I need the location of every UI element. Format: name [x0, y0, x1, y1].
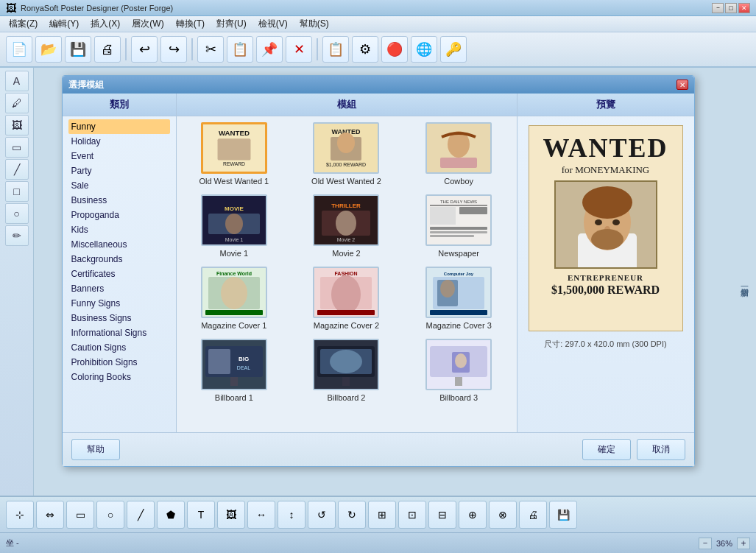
menu-align[interactable]: 對齊(U): [211, 16, 252, 32]
menu-help[interactable]: 幫助(S): [294, 16, 335, 32]
bt-select[interactable]: ⊹: [6, 501, 34, 529]
save-button[interactable]: 💾: [65, 36, 91, 63]
category-holiday[interactable]: Holiday: [68, 134, 170, 149]
category-miscellaneous[interactable]: Miscellaneous: [68, 237, 170, 252]
cancel-button[interactable]: 取消: [637, 439, 685, 460]
bt-line[interactable]: ╱: [127, 501, 155, 529]
template-thumb-8: FASHION: [313, 267, 379, 318]
menu-insert[interactable]: 插入(X): [85, 16, 126, 32]
new-button[interactable]: 📄: [6, 36, 32, 63]
paste-button[interactable]: 📌: [256, 36, 283, 63]
template-label-10: Billboard 1: [215, 393, 253, 402]
category-prohibition-signs[interactable]: Prohibition Signs: [68, 355, 170, 370]
bt-export[interactable]: 💾: [549, 501, 577, 529]
key-button[interactable]: 🔑: [440, 36, 467, 63]
bt-rotate-l[interactable]: ↺: [308, 501, 336, 529]
undo-button[interactable]: ↩: [131, 36, 158, 63]
bt-print[interactable]: 🖨: [519, 501, 547, 529]
template-grid-container[interactable]: WANTED REWARD Old West Wanted 1: [177, 116, 517, 432]
template-cowboy[interactable]: Cowboy: [407, 122, 511, 186]
bt-flip-v[interactable]: ↕: [278, 501, 305, 529]
template-magazine-3[interactable]: Computer Joy Magazine Cover 3: [407, 267, 511, 330]
help-button[interactable]: 幫助: [71, 439, 120, 460]
bt-text[interactable]: T: [187, 501, 215, 529]
menu-file[interactable]: 檔案(Z): [3, 16, 43, 32]
web-button[interactable]: 🌐: [411, 36, 437, 63]
bt-ungroup[interactable]: ⊗: [489, 501, 517, 529]
template-grid: WANTED REWARD Old West Wanted 1: [183, 122, 511, 402]
svg-text:DEAL: DEAL: [237, 365, 250, 370]
svg-rect-56: [342, 377, 350, 386]
main-area: A 🖊 🖼 ▭ ╱ □ ○ ✏ 選擇模組 ✕ 類別 Funny Holiday: [0, 68, 756, 496]
properties-button[interactable]: 📋: [322, 36, 349, 63]
category-funny-signs[interactable]: Funny Signs: [68, 296, 170, 311]
bt-align-c[interactable]: ⊡: [398, 501, 426, 529]
template-billboard-2[interactable]: Billboard 2: [294, 339, 398, 402]
template-magazine-2[interactable]: FASHION Magazine Cover 2: [294, 267, 398, 330]
ok-button[interactable]: 確定: [582, 439, 631, 460]
bt-rotate-r[interactable]: ↻: [338, 501, 366, 529]
bt-image[interactable]: 🖼: [217, 501, 245, 529]
category-business-signs[interactable]: Business Signs: [68, 311, 170, 325]
preview-panel: 預覽 WANTED for MONEYMAKING: [517, 94, 694, 432]
category-certificates[interactable]: Certificates: [68, 267, 170, 281]
bt-align-r[interactable]: ⊟: [428, 501, 456, 529]
category-kids[interactable]: Kids: [68, 222, 170, 237]
template-label-12: Billboard 3: [439, 393, 478, 402]
maximize-btn[interactable]: □: [725, 3, 737, 13]
category-backgrounds[interactable]: Backgrounds: [68, 252, 170, 267]
menu-edit[interactable]: 編輯(Y): [43, 16, 85, 32]
settings-button[interactable]: ⚙: [352, 36, 378, 63]
svg-text:THE DAILY NEWS: THE DAILY NEWS: [440, 200, 477, 204]
category-business[interactable]: Business: [68, 193, 170, 208]
bt-flip-h[interactable]: ↔: [247, 501, 275, 529]
category-banners[interactable]: Banners: [68, 281, 170, 296]
template-newspaper[interactable]: THE DAILY NEWS Newspap: [407, 194, 511, 258]
bt-transform[interactable]: ⇔: [36, 501, 64, 529]
bt-align-l[interactable]: ⊞: [368, 501, 396, 529]
bt-poly[interactable]: ⬟: [157, 501, 185, 529]
category-party[interactable]: Party: [68, 163, 170, 178]
dialog-close-btn[interactable]: ✕: [676, 80, 688, 90]
category-coloring-books[interactable]: Coloring Books: [68, 370, 170, 384]
template-billboard-1[interactable]: BIG DEAL Billboard 1: [183, 339, 286, 402]
redo-button[interactable]: ↪: [160, 36, 187, 63]
menu-layer[interactable]: 層次(W): [126, 16, 169, 32]
svg-point-69: [591, 229, 623, 250]
minimize-btn[interactable]: －: [712, 3, 724, 13]
template-old-west-wanted-2[interactable]: WANTED $1,000 REWARD Old West Wanted 2: [294, 122, 398, 186]
delete-button[interactable]: ✕: [286, 36, 312, 63]
svg-rect-39: [317, 310, 375, 315]
category-informational-signs[interactable]: Informational Signs: [68, 325, 170, 340]
template-billboard-3[interactable]: Billboard 3: [407, 339, 511, 402]
menu-view[interactable]: 檢視(V): [252, 16, 294, 32]
helpring-button[interactable]: 🔴: [381, 36, 408, 63]
bt-rect[interactable]: ▭: [66, 501, 94, 529]
template-old-west-wanted-1[interactable]: WANTED REWARD Old West Wanted 1: [183, 122, 286, 186]
zoom-out-btn[interactable]: －: [699, 538, 712, 549]
svg-rect-48: [208, 349, 230, 374]
template-movie-2[interactable]: THRILLER Movie 2 Movie 2: [294, 194, 398, 258]
template-magazine-1[interactable]: Finance World Magazine Cover 1: [183, 267, 286, 330]
print-button[interactable]: 🖨: [94, 36, 121, 63]
template-movie-1[interactable]: MOVIE Movie 1 Movie 1: [183, 194, 286, 258]
dialog-title-bar: 選擇模組 ✕: [63, 76, 694, 94]
category-caution-signs[interactable]: Caution Signs: [68, 340, 170, 355]
svg-point-15: [225, 214, 243, 234]
category-sale[interactable]: Sale: [68, 178, 170, 193]
open-button[interactable]: 📂: [35, 36, 62, 63]
bt-circle[interactable]: ○: [96, 501, 124, 529]
bt-group[interactable]: ⊕: [459, 501, 487, 529]
category-funny[interactable]: Funny: [68, 119, 170, 134]
menu-transform[interactable]: 轉換(T): [170, 16, 211, 32]
category-propoganda[interactable]: Propoganda: [68, 208, 170, 222]
cut-button[interactable]: ✂: [197, 36, 224, 63]
close-btn[interactable]: ✕: [738, 3, 750, 13]
template-thumb-2: WANTED $1,000 REWARD: [313, 122, 379, 174]
svg-text:Movie 2: Movie 2: [337, 237, 356, 242]
svg-rect-27: [430, 231, 487, 233]
copy-button[interactable]: 📋: [227, 36, 253, 63]
svg-point-55: [330, 350, 362, 373]
zoom-in-btn[interactable]: +: [737, 538, 750, 549]
category-event[interactable]: Event: [68, 149, 170, 163]
